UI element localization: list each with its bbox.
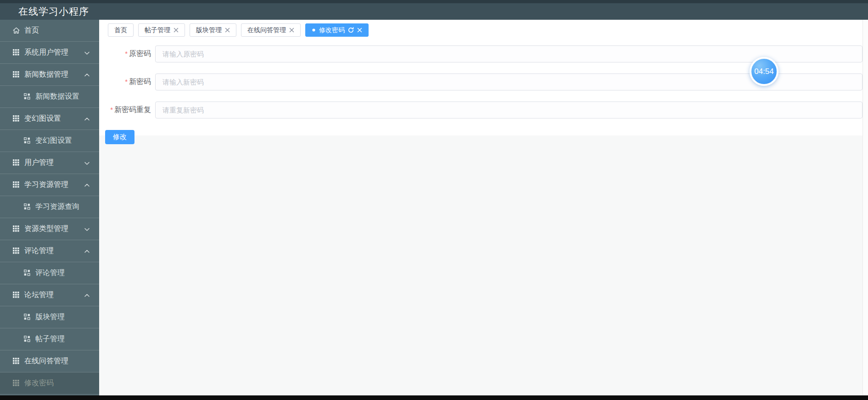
sidebar-item-label: 系统用户管理 bbox=[24, 48, 68, 57]
sidebar-item-15[interactable]: 在线问答管理 bbox=[0, 350, 99, 372]
sidebar-item-8[interactable]: 学习资源查询 bbox=[0, 196, 99, 218]
sidebar-item-4[interactable]: 变幻图设置 bbox=[0, 108, 99, 130]
tab-3[interactable]: 在线问答管理 bbox=[241, 23, 301, 37]
chevron-up-icon bbox=[84, 116, 90, 122]
submit-button[interactable]: 修改 bbox=[105, 130, 134, 144]
sidebar-item-label: 评论管理 bbox=[35, 268, 65, 278]
tab-bar: 首页 帖子管理 版块管理 在线问答管理 修改密码 bbox=[108, 23, 369, 37]
sidebar-item-3[interactable]: 新闻数据设置 bbox=[0, 86, 99, 108]
sidebar-item-label: 用户管理 bbox=[24, 158, 54, 168]
subgrid-icon bbox=[24, 336, 31, 343]
chevron-down-icon bbox=[84, 160, 90, 166]
chevron-down-icon bbox=[84, 50, 90, 56]
sidebar-item-label: 变幻图设置 bbox=[35, 136, 72, 146]
sidebar-item-label: 帖子管理 bbox=[35, 334, 65, 344]
grid-icon bbox=[13, 380, 20, 387]
sidebar-item-label: 版块管理 bbox=[35, 312, 65, 322]
grid-icon bbox=[13, 358, 20, 365]
sidebar-item-0[interactable]: 首页 bbox=[0, 20, 99, 42]
grid-icon bbox=[13, 115, 20, 122]
chevron-up-icon bbox=[84, 72, 90, 78]
grid-icon bbox=[13, 181, 20, 188]
subgrid-icon bbox=[24, 314, 31, 321]
sidebar-nav: 首页 系统用户管理 新闻数据管理 新闻数据设置 变幻图设置 变幻图设置 用户管理… bbox=[0, 20, 99, 395]
sidebar-item-label: 修改密码 bbox=[24, 378, 54, 388]
grid-icon bbox=[13, 225, 20, 232]
sidebar-item-9[interactable]: 资源类型管理 bbox=[0, 218, 99, 240]
sidebar-item-label: 变幻图设置 bbox=[24, 114, 61, 124]
content-background bbox=[99, 135, 862, 395]
sidebar-item-7[interactable]: 学习资源管理 bbox=[0, 174, 99, 196]
grid-icon bbox=[13, 248, 20, 254]
change-password-form: *原密码 *新密码 *新密码重复 修改 bbox=[99, 45, 868, 144]
sidebar-item-1[interactable]: 系统用户管理 bbox=[0, 42, 99, 64]
sidebar-item-11[interactable]: 评论管理 bbox=[0, 262, 99, 284]
taskbar-strip bbox=[0, 395, 868, 400]
chevron-up-icon bbox=[84, 182, 90, 188]
home-icon bbox=[13, 27, 20, 34]
sidebar-item-label: 学习资源管理 bbox=[24, 180, 68, 190]
field-label: *新密码 bbox=[99, 77, 155, 87]
subgrid-icon bbox=[24, 270, 31, 276]
chevron-up-icon bbox=[84, 248, 90, 254]
sidebar-item-label: 资源类型管理 bbox=[24, 224, 68, 234]
subgrid-icon bbox=[24, 93, 31, 100]
close-icon[interactable] bbox=[289, 28, 294, 33]
chevron-down-icon bbox=[84, 226, 90, 232]
active-dot-icon bbox=[312, 28, 316, 32]
sidebar-item-5[interactable]: 变幻图设置 bbox=[0, 130, 99, 152]
vertical-scrollbar[interactable] bbox=[862, 20, 868, 395]
sidebar-item-6[interactable]: 用户管理 bbox=[0, 152, 99, 174]
password-input-2[interactable] bbox=[155, 101, 862, 118]
sidebar-item-label: 新闻数据管理 bbox=[24, 70, 68, 79]
sidebar-item-label: 论坛管理 bbox=[24, 290, 54, 300]
app-title: 在线学习小程序 bbox=[18, 5, 89, 18]
sidebar-item-12[interactable]: 论坛管理 bbox=[0, 284, 99, 306]
tab-4[interactable]: 修改密码 bbox=[305, 23, 369, 37]
tab-label: 版块管理 bbox=[196, 26, 222, 34]
grid-icon bbox=[13, 49, 20, 56]
subgrid-icon bbox=[24, 137, 31, 144]
form-row: *新密码重复 bbox=[99, 101, 868, 118]
close-icon[interactable] bbox=[174, 28, 179, 33]
grid-icon bbox=[13, 292, 20, 299]
tab-2[interactable]: 版块管理 bbox=[190, 23, 236, 37]
field-label: *原密码 bbox=[99, 49, 155, 59]
close-icon[interactable] bbox=[225, 28, 230, 33]
tab-label: 帖子管理 bbox=[145, 26, 170, 34]
window-top-strip bbox=[0, 0, 868, 3]
sidebar-item-16[interactable]: 修改密码 bbox=[0, 372, 99, 394]
tab-label: 修改密码 bbox=[319, 26, 345, 34]
sidebar-item-2[interactable]: 新闻数据管理 bbox=[0, 64, 99, 86]
tab-label: 在线问答管理 bbox=[247, 26, 286, 34]
tab-1[interactable]: 帖子管理 bbox=[138, 23, 185, 37]
sidebar-item-14[interactable]: 帖子管理 bbox=[0, 328, 99, 350]
sidebar-item-label: 评论管理 bbox=[24, 246, 54, 256]
sidebar-item-10[interactable]: 评论管理 bbox=[0, 240, 99, 262]
refresh-icon[interactable] bbox=[348, 27, 354, 33]
form-row: *原密码 bbox=[99, 45, 868, 62]
tab-0[interactable]: 首页 bbox=[108, 23, 134, 37]
field-label: *新密码重复 bbox=[99, 105, 155, 115]
required-asterisk: * bbox=[125, 78, 128, 85]
session-timer-badge[interactable]: 04:54 bbox=[750, 57, 778, 86]
tab-label: 首页 bbox=[114, 26, 127, 34]
sidebar-item-label: 学习资源查询 bbox=[35, 202, 79, 212]
sidebar-item-13[interactable]: 版块管理 bbox=[0, 306, 99, 328]
chevron-up-icon bbox=[84, 293, 90, 299]
required-asterisk: * bbox=[110, 106, 113, 113]
sidebar-item-label: 新闻数据设置 bbox=[35, 92, 79, 101]
sidebar-item-label: 首页 bbox=[24, 26, 39, 35]
grid-icon bbox=[13, 159, 20, 166]
sidebar-item-label: 在线问答管理 bbox=[24, 356, 68, 366]
required-asterisk: * bbox=[125, 50, 128, 57]
subgrid-icon bbox=[24, 203, 31, 210]
grid-icon bbox=[13, 71, 20, 78]
close-icon[interactable] bbox=[357, 28, 362, 33]
session-timer-value: 04:54 bbox=[754, 67, 774, 76]
